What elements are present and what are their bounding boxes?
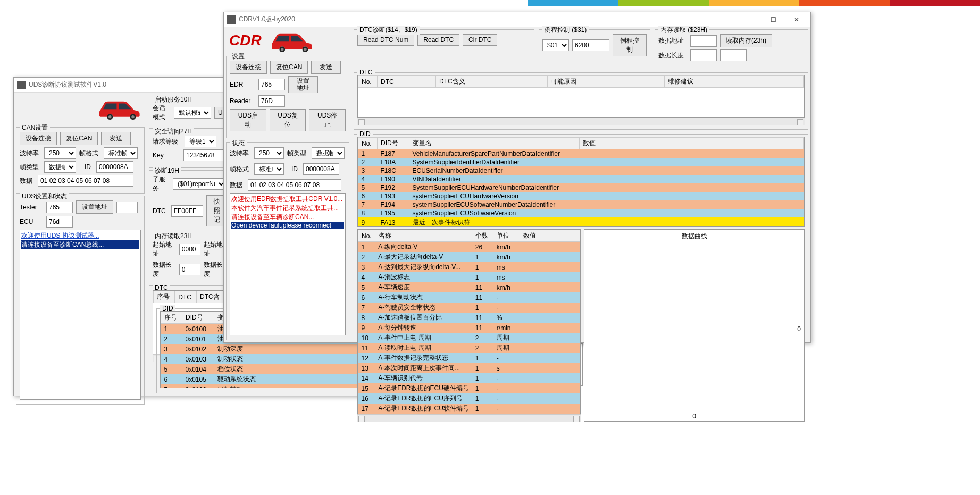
table-row[interactable]: 4F190VINDataIdentifier bbox=[358, 175, 804, 183]
table-row[interactable]: 7A-驾驶员安全带状态1- bbox=[358, 303, 580, 313]
table-row[interactable]: 10A-事件中上电 周期2周期 bbox=[358, 333, 580, 343]
table-row[interactable]: 6F193systemSupplierECUHardwareVersion bbox=[358, 192, 804, 200]
table-row[interactable]: 1A-纵向delta-V26km/h bbox=[358, 242, 580, 253]
cdr-param-table[interactable]: No. 名称 个数 单位 数值 1A-纵向delta-V26km/h2A-最大记… bbox=[357, 229, 581, 414]
table-row[interactable]: 13A-本次时间距离上次事件间...1s bbox=[358, 363, 580, 373]
table-row[interactable]: 15A-记录EDR数据的ECU硬件编号1- bbox=[358, 383, 580, 393]
clr-dtc-button[interactable]: Clr DTC bbox=[463, 34, 497, 46]
startaddr-label: 起始地址 bbox=[153, 240, 174, 258]
uds-start-button[interactable]: UDS启动 bbox=[230, 109, 266, 131]
routine-id-input[interactable] bbox=[572, 39, 609, 51]
table-row[interactable]: 4A-消波标志1ms bbox=[358, 272, 580, 282]
key-input[interactable] bbox=[183, 149, 226, 161]
reset-can-button[interactable]: 复位CAN bbox=[270, 61, 308, 74]
id-input[interactable] bbox=[96, 161, 133, 173]
set-addr-button[interactable]: 设置地址 bbox=[76, 200, 113, 214]
table-row[interactable]: 12A-事件数据记录完整状态1- bbox=[358, 353, 580, 363]
col-no: 序号 bbox=[161, 312, 182, 324]
table-row[interactable]: 5A-车辆速度11km/h bbox=[358, 282, 580, 292]
uds-stop-button[interactable]: UDS停止 bbox=[309, 109, 346, 131]
col-no: No. bbox=[358, 230, 375, 242]
table-row[interactable]: 14A-车辆识别代号1- bbox=[358, 373, 580, 383]
reset-can-button[interactable]: 复位CAN bbox=[60, 132, 98, 145]
cdr-dtc-table[interactable]: No. DTC DTC含义 可能原因 维修建议 bbox=[357, 75, 805, 118]
table-row[interactable]: 7F194systemSupplierECUSoftwareNumberData… bbox=[358, 200, 804, 209]
datalen-input[interactable] bbox=[179, 264, 200, 275]
maximize-button[interactable]: ☐ bbox=[763, 13, 784, 26]
framefmt-select[interactable]: 标准帧 bbox=[254, 163, 284, 175]
framefmt-select[interactable]: 标准帧 bbox=[104, 147, 138, 159]
col-value: 数值 bbox=[580, 138, 804, 149]
scrollbar-h[interactable] bbox=[357, 414, 581, 422]
send-button[interactable]: 发送 bbox=[101, 132, 131, 145]
cdr-did-table[interactable]: No. DID号 变量名 数值 1F187VehicleManufacturer… bbox=[357, 137, 805, 227]
routine-select[interactable]: $01 bbox=[542, 39, 569, 51]
mem-addr-input[interactable] bbox=[690, 35, 717, 47]
table-row[interactable]: 1F187VehicleManufacturerSparePartNumberD… bbox=[358, 149, 804, 158]
app-icon bbox=[17, 81, 26, 89]
subserv-select[interactable]: ($01)reportNumber bbox=[173, 178, 226, 190]
frametype-label: 帧类型 bbox=[287, 149, 306, 158]
frametype-select[interactable]: 数据帧 bbox=[312, 147, 345, 159]
mem-len-label: 数据长度 bbox=[658, 51, 685, 60]
reader-input[interactable] bbox=[258, 95, 285, 107]
minimize-button[interactable]: — bbox=[739, 13, 760, 26]
uds-reset-button[interactable]: UDS复位 bbox=[270, 109, 306, 131]
id-input[interactable] bbox=[303, 163, 339, 175]
baud-select[interactable]: 250 bbox=[254, 147, 284, 159]
routine-button[interactable]: 例程控制 bbox=[613, 34, 647, 56]
table-row[interactable]: 2F18ASystemSupplierIdentifierDataIdentif… bbox=[358, 158, 804, 166]
table-row[interactable]: 9A-每分钟转速11r/min bbox=[358, 323, 580, 333]
mem-len-input[interactable] bbox=[690, 49, 717, 61]
tester-label: Tester bbox=[20, 204, 41, 211]
read-dtc-num-button[interactable]: Read DTC Num bbox=[357, 34, 414, 46]
data-input[interactable] bbox=[38, 175, 133, 187]
addr-extra-input[interactable] bbox=[116, 202, 138, 213]
startaddr-input[interactable] bbox=[179, 244, 200, 255]
table-row[interactable]: 17A-记录EDR数据的ECU软件编号1- bbox=[358, 404, 580, 414]
table-row[interactable]: 11A-读取时上电 周期2周期 bbox=[358, 343, 580, 353]
session-select[interactable]: 默认模式 bbox=[174, 107, 211, 119]
framefmt-label: 帧格式 bbox=[79, 149, 98, 158]
connect-button[interactable]: 设备连接 bbox=[230, 61, 267, 74]
table-row[interactable]: 2A-最大记录纵向delta-V1km/h bbox=[358, 252, 580, 262]
cdr-titlebar[interactable]: CDRV1.0版-by2020 — ☐ ✕ bbox=[224, 12, 810, 27]
col-dtc: DTC bbox=[175, 291, 197, 303]
table-row[interactable]: 3A-达到最大记录纵向delta-V...1ms bbox=[358, 262, 580, 272]
table-row[interactable]: 6A-行车制动状态11- bbox=[358, 292, 580, 303]
top-color-strip bbox=[528, 0, 980, 6]
read-dtc-button[interactable]: Read DTC bbox=[417, 34, 459, 46]
table-row[interactable]: 8A-加速踏板位置百分比11% bbox=[358, 313, 580, 323]
table-row[interactable]: 3F18CECUSerialNumberDataIdentifier bbox=[358, 166, 804, 175]
ecu-input[interactable] bbox=[46, 216, 73, 228]
set-addr-button[interactable]: 设置 地址 bbox=[288, 76, 318, 93]
edr-input[interactable] bbox=[258, 79, 285, 90]
dtc-input[interactable] bbox=[171, 205, 203, 217]
cdr-logo: CDR bbox=[224, 30, 267, 51]
cdr-dtc-group: DTC No. DTC DTC含义 可能原因 维修建议 bbox=[354, 72, 808, 130]
framefmt-label: 帧格式 bbox=[230, 165, 249, 174]
col-value: 数值 bbox=[520, 230, 580, 242]
baud-select[interactable]: 250 bbox=[44, 147, 76, 159]
table-row[interactable]: 5F192SystemSupplierECUHardwareNumberData… bbox=[358, 183, 804, 192]
security-access-group: 安全访问27H 请求等级 等级1 Key bbox=[149, 131, 230, 168]
mem-read-button[interactable]: 读取内存(23h) bbox=[720, 34, 772, 47]
data-input[interactable] bbox=[248, 179, 341, 191]
mem-extra-input[interactable] bbox=[720, 49, 747, 61]
send-button[interactable]: 发送 bbox=[311, 61, 341, 74]
close-button[interactable]: ✕ bbox=[786, 13, 807, 26]
col-cause: 可能原因 bbox=[548, 76, 665, 88]
subserv-label: 子服务 bbox=[153, 175, 167, 193]
data-label: 数据 bbox=[230, 181, 242, 190]
table-row[interactable]: 8F195systemSupplierECUSoftwareVersion bbox=[358, 209, 804, 217]
connect-button[interactable]: 设备连接 bbox=[20, 132, 57, 145]
table-row[interactable]: 16A-记录EDR数据的ECU序列号1- bbox=[358, 393, 580, 404]
car-icon bbox=[95, 95, 143, 121]
frametype-select[interactable]: 数据帧 bbox=[44, 161, 76, 173]
scrollbar-h[interactable] bbox=[357, 118, 805, 125]
tester-input[interactable] bbox=[46, 202, 73, 213]
log-line: 欢迎使用UDS 协议测试器... bbox=[21, 231, 139, 240]
chart-title: 数据曲线 bbox=[584, 232, 804, 241]
table-row[interactable]: 9FA13最近一次事件标识符 bbox=[358, 217, 804, 227]
reqlevel-select[interactable]: 等级1 bbox=[185, 136, 216, 147]
